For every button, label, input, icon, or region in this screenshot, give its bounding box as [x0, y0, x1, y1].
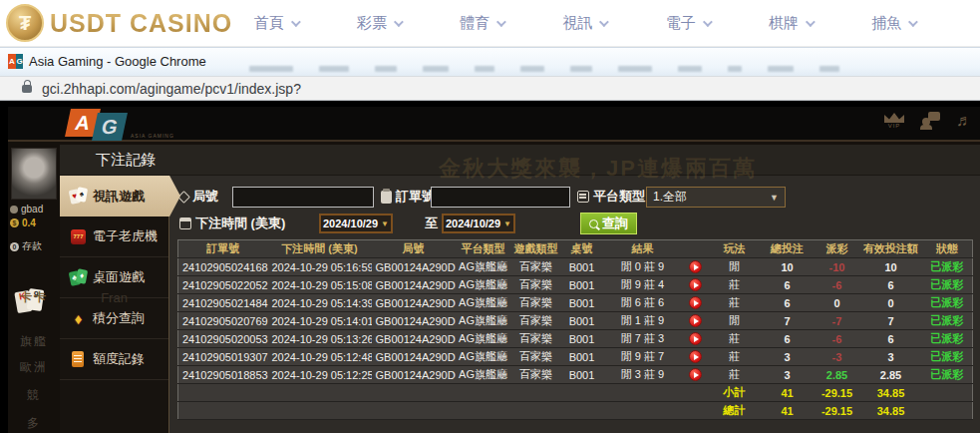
- cell-play-type: 莊: [709, 294, 761, 312]
- selected-value: 1.全部: [653, 189, 687, 206]
- col-replay: [683, 240, 709, 258]
- music-icon[interactable]: ♬: [956, 112, 972, 130]
- favicon-a: A: [8, 54, 16, 69]
- cell-total-bet: 6: [761, 294, 815, 312]
- label-text: 局號: [192, 188, 218, 206]
- cell-round: GB00124A290DD: [372, 348, 456, 366]
- vip-label: VIP: [884, 123, 904, 129]
- date-to-picker[interactable]: 2024/10/29 ▼: [442, 214, 515, 233]
- sidebar-label: 視訊遊戲: [93, 188, 145, 206]
- nav-label: 捕魚: [871, 14, 901, 33]
- label-text: 下注時間 (美東): [195, 215, 285, 232]
- list-icon: [577, 191, 589, 203]
- replay-play-button[interactable]: [689, 278, 702, 291]
- background-bleed: [249, 66, 960, 74]
- sidebar-item-credit-record[interactable]: 額度記錄: [60, 339, 168, 380]
- total-row: 總計 41 -29.15 34.85: [178, 402, 973, 420]
- cell-total-bet: 6: [761, 276, 815, 294]
- subtotal-bet: 41: [761, 384, 815, 402]
- replay-play-button[interactable]: [689, 260, 702, 273]
- date-from-picker[interactable]: 2024/10/29 ▼: [319, 214, 393, 233]
- cell-replay: [683, 294, 709, 312]
- lobby-bg-item: 競: [8, 387, 60, 404]
- sidebar-label: 桌面遊戲: [93, 268, 145, 286]
- cell-order: 241029050241683: [178, 258, 268, 276]
- user-icon: [10, 206, 18, 214]
- replay-play-button[interactable]: [689, 332, 702, 345]
- nav-label: 棋牌: [769, 14, 799, 33]
- platform-filter-label: 平台類型: [577, 188, 645, 206]
- nav-item-slots[interactable]: 電子: [666, 14, 710, 33]
- chrome-titlebar[interactable]: A G Asia Gaming - Google Chrome: [0, 47, 980, 76]
- search-button[interactable]: 查詢: [580, 213, 637, 234]
- col-order: 訂單號: [178, 240, 268, 258]
- dropdown-arrow-icon: ▼: [503, 219, 511, 228]
- total-label: 總計: [709, 402, 761, 420]
- vip-crown-icon[interactable]: VIP: [884, 113, 904, 129]
- site-header: ₮ USDT CASINO 首頁 彩票 體育 視訊 電子 棋牌 捕魚: [0, 0, 980, 47]
- cell-play-type: 閒: [709, 312, 761, 330]
- nav-item-sports[interactable]: 體育: [460, 14, 503, 33]
- cell-platform: AG旗艦廳: [456, 348, 511, 366]
- col-round: 局號: [372, 240, 456, 258]
- sidebar-item-slots[interactable]: 777 電子老虎機: [60, 216, 168, 257]
- document-icon: [70, 351, 87, 368]
- cell-table: B001: [561, 366, 603, 384]
- dropdown-arrow-icon: ▼: [770, 193, 779, 203]
- cell-time: 2024-10-29 05:14:39: [268, 294, 372, 312]
- replay-play-button[interactable]: [689, 368, 702, 381]
- nav-item-home[interactable]: 首頁: [254, 14, 298, 33]
- round-filter-label: 局號: [179, 188, 218, 206]
- deposit-row[interactable]: 0 存款: [10, 239, 42, 253]
- slot-icon: 777: [70, 228, 87, 245]
- cell-total-bet: 3: [761, 366, 815, 384]
- order-input[interactable]: [431, 187, 570, 208]
- platform-select[interactable]: 1.全部 ▼: [646, 187, 786, 208]
- chevron-down-icon: [908, 17, 918, 27]
- cell-play-type: 閒: [709, 258, 761, 276]
- cell-order: 241029050207691: [178, 312, 268, 330]
- cell-game: 百家樂: [511, 258, 561, 276]
- avatar[interactable]: [11, 148, 57, 200]
- col-table: 桌號: [561, 240, 603, 258]
- customer-service-icon[interactable]: [920, 112, 940, 130]
- favicon-g: G: [16, 54, 23, 69]
- cell-order: 241029050188530: [178, 366, 268, 384]
- round-input[interactable]: [232, 187, 374, 208]
- table-row: 241029050220529 2024-10-29 05:15:08 GB00…: [178, 276, 973, 294]
- vip-room-label[interactable]: 卡卡: [8, 289, 60, 306]
- cell-status: 已派彩: [922, 258, 973, 276]
- cell-game: 百家樂: [511, 366, 561, 384]
- ag-logo-subtext: ASIA GAMING: [131, 133, 174, 139]
- cell-result: 閒 6 莊 6: [603, 294, 683, 312]
- chevron-down-icon: [599, 17, 609, 27]
- site-logo[interactable]: ₮ USDT CASINO: [6, 4, 232, 42]
- cell-platform: AG旗艦廳: [456, 258, 511, 276]
- nav-label: 電子: [666, 14, 696, 33]
- replay-play-button[interactable]: [689, 296, 702, 309]
- cell-status: 已派彩: [922, 330, 973, 348]
- to-label: 至: [425, 215, 438, 232]
- subtotal-valid: 34.85: [860, 384, 922, 402]
- deposit-label: 存款: [22, 239, 42, 253]
- nav-item-live[interactable]: 視訊: [562, 14, 606, 33]
- replay-play-button[interactable]: [689, 350, 702, 363]
- cell-valid-bet: 6: [860, 276, 922, 294]
- nav-item-lottery[interactable]: 彩票: [357, 14, 401, 33]
- total-payout: -29.15: [815, 402, 860, 420]
- clipboard-icon: [381, 191, 392, 204]
- sidebar-item-live-games[interactable]: ♥♠ 視訊遊戲: [60, 176, 180, 216]
- replay-play-button[interactable]: [689, 314, 702, 327]
- cell-game: 百家樂: [511, 294, 561, 312]
- nav-item-fishing[interactable]: 捕魚: [871, 14, 915, 33]
- cell-total-bet: 7: [761, 312, 815, 330]
- cell-replay: [683, 366, 709, 384]
- nav-item-cards[interactable]: 棋牌: [769, 14, 813, 33]
- cell-play-type: 莊: [709, 276, 761, 294]
- bet-table: 訂單號 下注時間 (美東) 局號 平台類型 遊戲類型 桌號 結果 玩法 總: [177, 239, 973, 420]
- cell-payout: 2.85: [815, 366, 860, 384]
- chrome-urlbar[interactable]: gci.2hhapi.com/agingame/pcv1/index.jsp?: [0, 76, 980, 101]
- sidebar-label: 電子老虎機: [93, 227, 158, 245]
- cell-time: 2024-10-29 05:12:48: [268, 348, 372, 366]
- col-status: 狀態: [922, 240, 973, 258]
